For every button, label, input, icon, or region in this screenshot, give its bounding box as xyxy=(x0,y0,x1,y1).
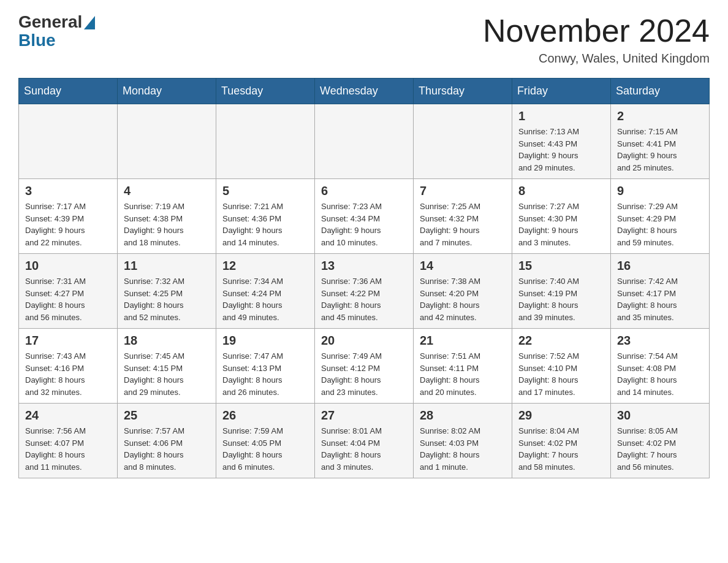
calendar-cell: 29Sunrise: 8:04 AMSunset: 4:02 PMDayligh… xyxy=(512,404,611,478)
calendar-cell: 14Sunrise: 7:38 AMSunset: 4:20 PMDayligh… xyxy=(414,254,512,329)
logo-general-text: General xyxy=(18,12,82,32)
day-number: 24 xyxy=(25,408,111,423)
day-number: 13 xyxy=(321,259,407,273)
month-title: November 2024 xyxy=(483,12,710,49)
calendar-table: SundayMondayTuesdayWednesdayThursdayFrid… xyxy=(18,78,710,478)
weekday-header-wednesday: Wednesday xyxy=(315,79,414,104)
day-number: 6 xyxy=(321,184,407,198)
calendar-cell: 16Sunrise: 7:42 AMSunset: 4:17 PMDayligh… xyxy=(611,254,710,329)
day-info: Sunrise: 7:25 AMSunset: 4:32 PMDaylight:… xyxy=(420,201,506,248)
calendar-cell: 21Sunrise: 7:51 AMSunset: 4:11 PMDayligh… xyxy=(414,329,512,404)
calendar-cell: 19Sunrise: 7:47 AMSunset: 4:13 PMDayligh… xyxy=(216,329,315,404)
day-info: Sunrise: 7:45 AMSunset: 4:15 PMDaylight:… xyxy=(124,350,210,398)
day-number: 1 xyxy=(518,109,604,123)
calendar-cell: 6Sunrise: 7:23 AMSunset: 4:34 PMDaylight… xyxy=(315,179,414,254)
day-number: 21 xyxy=(420,334,506,348)
day-number: 22 xyxy=(518,334,604,348)
logo: General Blue xyxy=(18,12,95,50)
weekday-header-sunday: Sunday xyxy=(19,79,118,104)
calendar-cell xyxy=(118,104,216,179)
day-info: Sunrise: 7:38 AMSunset: 4:20 PMDaylight:… xyxy=(420,275,506,323)
day-number: 18 xyxy=(124,334,210,348)
calendar-cell: 12Sunrise: 7:34 AMSunset: 4:24 PMDayligh… xyxy=(216,254,315,329)
calendar-week-row: 17Sunrise: 7:43 AMSunset: 4:16 PMDayligh… xyxy=(19,329,710,404)
day-info: Sunrise: 7:59 AMSunset: 4:05 PMDaylight:… xyxy=(222,425,308,473)
title-section: November 2024 Conwy, Wales, United Kingd… xyxy=(483,12,710,66)
page-header: General Blue November 2024 Conwy, Wales,… xyxy=(18,12,710,66)
day-info: Sunrise: 7:47 AMSunset: 4:13 PMDaylight:… xyxy=(222,350,308,398)
day-info: Sunrise: 7:51 AMSunset: 4:11 PMDaylight:… xyxy=(420,350,506,398)
day-number: 25 xyxy=(124,408,210,423)
day-info: Sunrise: 7:57 AMSunset: 4:06 PMDaylight:… xyxy=(124,425,210,473)
day-info: Sunrise: 7:17 AMSunset: 4:39 PMDaylight:… xyxy=(25,201,111,248)
calendar-cell: 13Sunrise: 7:36 AMSunset: 4:22 PMDayligh… xyxy=(315,254,414,329)
day-info: Sunrise: 7:42 AMSunset: 4:17 PMDaylight:… xyxy=(617,275,703,323)
calendar-cell: 17Sunrise: 7:43 AMSunset: 4:16 PMDayligh… xyxy=(19,329,118,404)
day-info: Sunrise: 7:15 AMSunset: 4:41 PMDaylight:… xyxy=(617,126,703,174)
calendar-week-row: 10Sunrise: 7:31 AMSunset: 4:27 PMDayligh… xyxy=(19,254,710,329)
day-info: Sunrise: 7:32 AMSunset: 4:25 PMDaylight:… xyxy=(124,275,210,323)
calendar-week-row: 1Sunrise: 7:13 AMSunset: 4:43 PMDaylight… xyxy=(19,104,710,179)
day-number: 10 xyxy=(25,259,111,273)
calendar-cell: 22Sunrise: 7:52 AMSunset: 4:10 PMDayligh… xyxy=(512,329,611,404)
day-info: Sunrise: 7:13 AMSunset: 4:43 PMDaylight:… xyxy=(518,126,604,174)
calendar-cell: 11Sunrise: 7:32 AMSunset: 4:25 PMDayligh… xyxy=(118,254,216,329)
calendar-cell: 2Sunrise: 7:15 AMSunset: 4:41 PMDaylight… xyxy=(611,104,710,179)
day-info: Sunrise: 7:34 AMSunset: 4:24 PMDaylight:… xyxy=(222,275,308,323)
day-number: 14 xyxy=(420,259,506,273)
calendar-cell: 18Sunrise: 7:45 AMSunset: 4:15 PMDayligh… xyxy=(118,329,216,404)
calendar-cell: 25Sunrise: 7:57 AMSunset: 4:06 PMDayligh… xyxy=(118,404,216,478)
day-info: Sunrise: 7:56 AMSunset: 4:07 PMDaylight:… xyxy=(25,425,111,473)
calendar-cell: 3Sunrise: 7:17 AMSunset: 4:39 PMDaylight… xyxy=(19,179,118,254)
day-info: Sunrise: 7:40 AMSunset: 4:19 PMDaylight:… xyxy=(518,275,604,323)
day-number: 4 xyxy=(124,184,210,198)
day-number: 12 xyxy=(222,259,308,273)
day-info: Sunrise: 7:52 AMSunset: 4:10 PMDaylight:… xyxy=(518,350,604,398)
day-info: Sunrise: 8:01 AMSunset: 4:04 PMDaylight:… xyxy=(321,425,407,473)
day-number: 30 xyxy=(617,408,703,423)
calendar-cell: 10Sunrise: 7:31 AMSunset: 4:27 PMDayligh… xyxy=(19,254,118,329)
calendar-cell xyxy=(216,104,315,179)
day-number: 19 xyxy=(222,334,308,348)
day-number: 5 xyxy=(222,184,308,198)
day-number: 20 xyxy=(321,334,407,348)
day-number: 26 xyxy=(222,408,308,423)
day-info: Sunrise: 7:31 AMSunset: 4:27 PMDaylight:… xyxy=(25,275,111,323)
day-info: Sunrise: 7:27 AMSunset: 4:30 PMDaylight:… xyxy=(518,201,604,248)
weekday-header-tuesday: Tuesday xyxy=(216,79,315,104)
day-number: 2 xyxy=(617,109,703,123)
calendar-cell: 27Sunrise: 8:01 AMSunset: 4:04 PMDayligh… xyxy=(315,404,414,478)
location-text: Conwy, Wales, United Kingdom xyxy=(483,52,710,66)
weekday-header-saturday: Saturday xyxy=(611,79,710,104)
calendar-cell: 24Sunrise: 7:56 AMSunset: 4:07 PMDayligh… xyxy=(19,404,118,478)
day-info: Sunrise: 7:19 AMSunset: 4:38 PMDaylight:… xyxy=(124,201,210,248)
day-number: 27 xyxy=(321,408,407,423)
calendar-cell: 9Sunrise: 7:29 AMSunset: 4:29 PMDaylight… xyxy=(611,179,710,254)
day-number: 17 xyxy=(25,334,111,348)
calendar-cell: 28Sunrise: 8:02 AMSunset: 4:03 PMDayligh… xyxy=(414,404,512,478)
calendar-cell: 15Sunrise: 7:40 AMSunset: 4:19 PMDayligh… xyxy=(512,254,611,329)
weekday-header-thursday: Thursday xyxy=(414,79,512,104)
day-number: 3 xyxy=(25,184,111,198)
calendar-cell: 30Sunrise: 8:05 AMSunset: 4:02 PMDayligh… xyxy=(611,404,710,478)
day-number: 29 xyxy=(518,408,604,423)
calendar-cell: 5Sunrise: 7:21 AMSunset: 4:36 PMDaylight… xyxy=(216,179,315,254)
logo-blue-text: Blue xyxy=(18,31,56,50)
day-info: Sunrise: 7:23 AMSunset: 4:34 PMDaylight:… xyxy=(321,201,407,248)
logo-triangle-icon xyxy=(84,16,95,29)
day-info: Sunrise: 8:05 AMSunset: 4:02 PMDaylight:… xyxy=(617,425,703,473)
calendar-cell xyxy=(19,104,118,179)
day-info: Sunrise: 7:36 AMSunset: 4:22 PMDaylight:… xyxy=(321,275,407,323)
calendar-cell xyxy=(315,104,414,179)
calendar-cell: 7Sunrise: 7:25 AMSunset: 4:32 PMDaylight… xyxy=(414,179,512,254)
weekday-header-monday: Monday xyxy=(118,79,216,104)
day-info: Sunrise: 7:49 AMSunset: 4:12 PMDaylight:… xyxy=(321,350,407,398)
weekday-header-row: SundayMondayTuesdayWednesdayThursdayFrid… xyxy=(19,79,710,104)
calendar-cell xyxy=(414,104,512,179)
calendar-cell: 4Sunrise: 7:19 AMSunset: 4:38 PMDaylight… xyxy=(118,179,216,254)
calendar-week-row: 3Sunrise: 7:17 AMSunset: 4:39 PMDaylight… xyxy=(19,179,710,254)
calendar-cell: 23Sunrise: 7:54 AMSunset: 4:08 PMDayligh… xyxy=(611,329,710,404)
weekday-header-friday: Friday xyxy=(512,79,611,104)
day-number: 15 xyxy=(518,259,604,273)
day-info: Sunrise: 7:54 AMSunset: 4:08 PMDaylight:… xyxy=(617,350,703,398)
